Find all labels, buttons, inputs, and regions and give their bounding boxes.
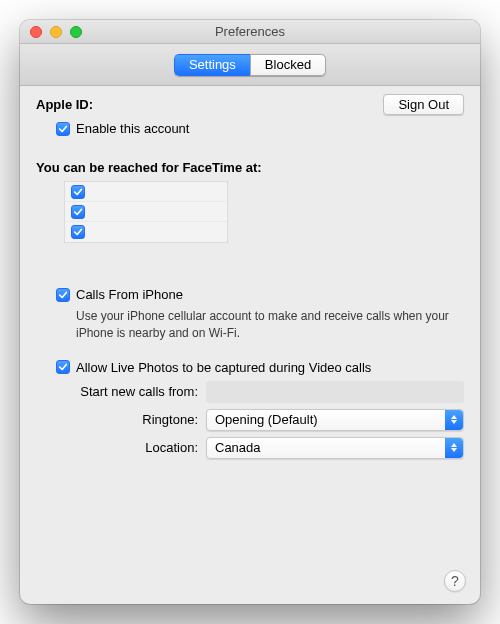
toolbar: Settings Blocked bbox=[20, 44, 480, 86]
chevron-updown-icon bbox=[445, 438, 463, 458]
tab-blocked[interactable]: Blocked bbox=[250, 54, 326, 76]
reach-checkbox-2[interactable] bbox=[71, 225, 85, 239]
traffic-lights bbox=[30, 26, 82, 38]
check-icon bbox=[58, 362, 68, 372]
calls-from-iphone-checkbox[interactable] bbox=[56, 288, 70, 302]
tab-settings[interactable]: Settings bbox=[174, 54, 250, 76]
reach-heading: You can be reached for FaceTime at: bbox=[36, 160, 262, 175]
window-title: Preferences bbox=[215, 24, 285, 39]
tab-segmented-control: Settings Blocked bbox=[174, 54, 326, 76]
calls-from-iphone-row: Calls From iPhone bbox=[56, 287, 464, 302]
start-from-field[interactable] bbox=[206, 381, 464, 403]
check-icon bbox=[73, 187, 83, 197]
location-value: Canada bbox=[215, 440, 261, 455]
titlebar: Preferences bbox=[20, 20, 480, 44]
reach-list bbox=[64, 181, 228, 243]
ringtone-label: Ringtone: bbox=[36, 412, 206, 427]
ringtone-row: Ringtone: Opening (Default) bbox=[36, 409, 464, 431]
ringtone-value: Opening (Default) bbox=[215, 412, 318, 427]
check-icon bbox=[73, 227, 83, 237]
chevron-updown-icon bbox=[445, 410, 463, 430]
list-item bbox=[65, 202, 227, 222]
check-icon bbox=[58, 290, 68, 300]
minimize-icon[interactable] bbox=[50, 26, 62, 38]
zoom-icon[interactable] bbox=[70, 26, 82, 38]
list-item bbox=[65, 222, 227, 242]
check-icon bbox=[73, 207, 83, 217]
enable-account-checkbox[interactable] bbox=[56, 122, 70, 136]
ringtone-select[interactable]: Opening (Default) bbox=[206, 409, 464, 431]
help-icon: ? bbox=[451, 573, 459, 589]
close-icon[interactable] bbox=[30, 26, 42, 38]
reach-checkbox-0[interactable] bbox=[71, 185, 85, 199]
reach-checkbox-1[interactable] bbox=[71, 205, 85, 219]
start-from-row: Start new calls from: bbox=[36, 381, 464, 403]
location-select[interactable]: Canada bbox=[206, 437, 464, 459]
calls-from-iphone-label: Calls From iPhone bbox=[76, 287, 183, 302]
reach-heading-row: You can be reached for FaceTime at: bbox=[36, 160, 464, 175]
enable-account-row: Enable this account bbox=[56, 121, 464, 136]
apple-id-row: Apple ID: Sign Out bbox=[36, 94, 464, 115]
location-label: Location: bbox=[36, 440, 206, 455]
list-item bbox=[65, 182, 227, 202]
sign-out-button[interactable]: Sign Out bbox=[383, 94, 464, 115]
check-icon bbox=[58, 124, 68, 134]
help-button[interactable]: ? bbox=[444, 570, 466, 592]
live-photos-checkbox[interactable] bbox=[56, 360, 70, 374]
location-row: Location: Canada bbox=[36, 437, 464, 459]
live-photos-row: Allow Live Photos to be captured during … bbox=[56, 360, 464, 375]
preferences-window: Preferences Settings Blocked Apple ID: S… bbox=[20, 20, 480, 604]
live-photos-label: Allow Live Photos to be captured during … bbox=[76, 360, 371, 375]
content-area: Apple ID: Sign Out Enable this account Y… bbox=[20, 86, 480, 604]
apple-id-label: Apple ID: bbox=[36, 97, 93, 112]
calls-from-iphone-description: Use your iPhone cellular account to make… bbox=[76, 308, 464, 342]
enable-account-label: Enable this account bbox=[76, 121, 189, 136]
start-from-label: Start new calls from: bbox=[36, 384, 206, 399]
